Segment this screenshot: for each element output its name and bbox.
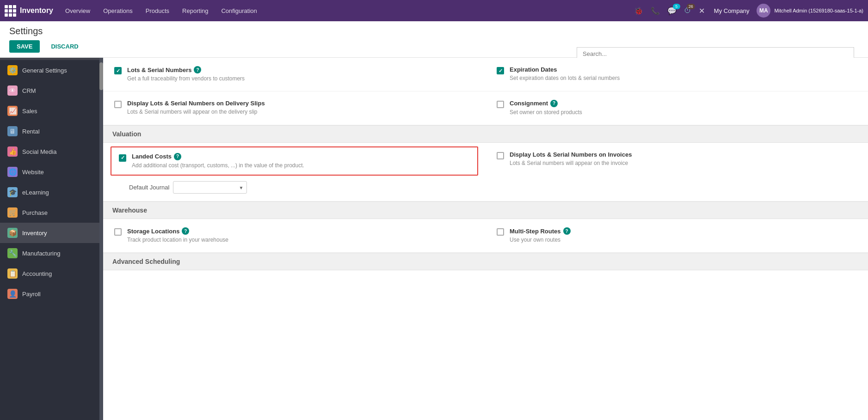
nav-products[interactable]: Products — [140, 5, 175, 17]
display-lots-delivery-desc: Lots & Serial numbers will appear on the… — [127, 108, 265, 116]
accounting-icon: 📋 — [7, 268, 18, 279]
warehouse-section: Warehouse Storage Locations ? Track prod… — [103, 201, 868, 253]
storage-locations-label: Storage Locations ? — [127, 227, 228, 235]
sidebar-label-manufacturing: Manufacturing — [22, 250, 60, 257]
valuation-left-col: Landed Costs ? Add additional cost (tran… — [103, 143, 486, 202]
bug-icon[interactable]: 🐞 — [632, 5, 645, 17]
nav-overview[interactable]: Overview — [60, 5, 96, 17]
nav-menu: Overview Operations Products Reporting C… — [60, 5, 630, 17]
multi-step-routes-desc: Use your own routes — [510, 236, 571, 244]
sidebar-item-elearning[interactable]: 🎓 eLearning — [0, 182, 99, 202]
consignment-label: Consignment ? — [510, 100, 582, 107]
multi-step-routes-checkbox[interactable] — [497, 228, 504, 236]
sidebar-label-rental: Rental — [22, 128, 40, 135]
valuation-grid: Landed Costs ? Add additional cost (tran… — [103, 143, 868, 202]
sidebar-item-purchase[interactable]: 🛒 Purchase — [0, 202, 99, 223]
display-lots-delivery-checkbox[interactable] — [114, 101, 122, 108]
sidebar-item-sales[interactable]: 📈 Sales — [0, 101, 99, 121]
advanced-scheduling-header: Advanced Scheduling — [103, 253, 868, 270]
landed-costs-label: Landed Costs ? — [132, 153, 304, 160]
sidebar-item-crm[interactable]: 👁 CRM — [0, 80, 99, 101]
lots-serial-help-icon[interactable]: ? — [194, 66, 201, 73]
purchase-icon: 🛒 — [7, 207, 18, 218]
landed-costs-highlighted-container: Landed Costs ? Add additional cost (tran… — [111, 146, 478, 176]
manufacturing-icon: 🔧 — [7, 248, 18, 258]
save-button[interactable]: SAVE — [9, 40, 40, 53]
clock-icon[interactable]: ⏱ 26 — [682, 5, 693, 17]
expiration-dates-checkbox[interactable] — [497, 67, 504, 74]
setting-expiration-dates: Expiration Dates Set expiration dates on… — [486, 58, 868, 91]
sidebar-label-purchase: Purchase — [22, 209, 48, 216]
scroll-thumb[interactable] — [99, 62, 103, 90]
display-lots-delivery-label: Display Lots & Serial Numbers on Deliver… — [127, 100, 265, 107]
sidebar-label-accounting: Accounting — [22, 270, 52, 277]
discard-button[interactable]: DISCARD — [43, 40, 86, 53]
advanced-scheduling-section: Advanced Scheduling — [103, 253, 868, 270]
elearning-icon: 🎓 — [7, 187, 18, 197]
lots-serial-checkbox[interactable] — [114, 67, 122, 74]
crm-icon: 👁 — [7, 85, 18, 96]
sidebar-label-inventory: Inventory — [22, 230, 47, 237]
sidebar-label-payroll: Payroll — [22, 291, 41, 298]
traceability-section: Lots & Serial Numbers ? Get a full trace… — [103, 58, 868, 125]
setting-multi-step-routes: Multi-Step Routes ? Use your own routes — [486, 219, 868, 253]
nav-reporting[interactable]: Reporting — [177, 5, 214, 17]
sidebar-item-rental[interactable]: 🖥 Rental — [0, 121, 99, 141]
sidebar-item-inventory[interactable]: 📦 Inventory — [0, 223, 99, 243]
user-name: Mitchell Admin (15269180-saas-15-1-a) — [774, 8, 863, 13]
default-journal-select[interactable] — [173, 181, 247, 194]
sidebar-label-website: Website — [22, 169, 44, 176]
lots-serial-label: Lots & Serial Numbers ? — [127, 66, 245, 73]
apps-icon[interactable] — [5, 5, 16, 17]
main-layout: ⚙️ General Settings 👁 CRM 📈 Sales 🖥 Rent… — [0, 58, 868, 420]
sidebar-label-general: General Settings — [22, 67, 67, 74]
page-title: Settings — [9, 26, 859, 40]
sidebar-label-crm: CRM — [22, 87, 36, 94]
clock-badge: 26 — [687, 4, 695, 9]
consignment-checkbox[interactable] — [497, 101, 504, 108]
sidebar-item-accounting[interactable]: 📋 Accounting — [0, 263, 99, 284]
journal-wrapper: ▼ — [173, 181, 247, 194]
sidebar: ⚙️ General Settings 👁 CRM 📈 Sales 🖥 Rent… — [0, 58, 99, 420]
nav-operations[interactable]: Operations — [98, 5, 138, 17]
sidebar-item-payroll[interactable]: 👤 Payroll — [0, 284, 99, 304]
navbar: Inventory Overview Operations Products R… — [0, 0, 868, 21]
default-journal-row: Default Journal ▼ — [111, 176, 478, 197]
payroll-icon: 👤 — [7, 289, 18, 299]
nav-configuration[interactable]: Configuration — [215, 5, 262, 17]
display-lots-invoices-label: Display Lots & Serial Numbers on Invoice… — [510, 151, 632, 158]
display-lots-invoices-checkbox[interactable] — [497, 152, 504, 159]
sidebar-item-manufacturing[interactable]: 🔧 Manufacturing — [0, 243, 99, 263]
landed-costs-checkbox[interactable] — [119, 154, 126, 162]
sidebar-item-general[interactable]: ⚙️ General Settings — [0, 60, 99, 80]
landed-costs-help-icon[interactable]: ? — [174, 153, 181, 160]
sales-icon: 📈 — [7, 106, 18, 116]
chat-badge: 5 — [673, 4, 680, 9]
valuation-header: Valuation — [103, 125, 868, 143]
consignment-desc: Set owner on stored products — [510, 109, 582, 116]
brand[interactable]: Inventory — [5, 5, 53, 17]
sidebar-item-website[interactable]: 🌐 Website — [0, 162, 99, 182]
phone-icon[interactable]: 📞 — [649, 5, 662, 17]
sidebar-label-elearning: eLearning — [22, 189, 49, 196]
brand-label: Inventory — [20, 6, 53, 15]
main-content: Lots & Serial Numbers ? Get a full trace… — [103, 58, 868, 420]
sidebar-scrollbar[interactable] — [99, 58, 103, 420]
close-icon[interactable]: ✕ — [697, 5, 707, 17]
consignment-help-icon[interactable]: ? — [550, 100, 558, 107]
expiration-dates-label: Expiration Dates — [510, 66, 620, 73]
setting-display-lots-delivery: Display Lots & Serial Numbers on Deliver… — [103, 91, 486, 125]
storage-locations-checkbox[interactable] — [114, 228, 122, 236]
storage-locations-help-icon[interactable]: ? — [182, 227, 189, 235]
warehouse-grid: Storage Locations ? Track product locati… — [103, 219, 868, 253]
sidebar-item-social[interactable]: 👍 Social Media — [0, 141, 99, 162]
avatar[interactable]: MA — [757, 4, 770, 18]
lots-serial-desc: Get a full traceability from vendors to … — [127, 75, 245, 83]
multi-step-routes-help-icon[interactable]: ? — [563, 227, 571, 235]
landed-costs-desc: Add additional cost (transport, customs,… — [132, 162, 304, 170]
general-icon: ⚙️ — [7, 65, 18, 75]
expiration-dates-desc: Set expiration dates on lots & serial nu… — [510, 74, 620, 82]
setting-display-lots-invoices: Display Lots & Serial Numbers on Invoice… — [486, 143, 868, 202]
navbar-icons: 🐞 📞 💬 5 ⏱ 26 ✕ My Company MA Mitchell Ad… — [632, 4, 863, 18]
chat-icon[interactable]: 💬 5 — [665, 5, 678, 17]
